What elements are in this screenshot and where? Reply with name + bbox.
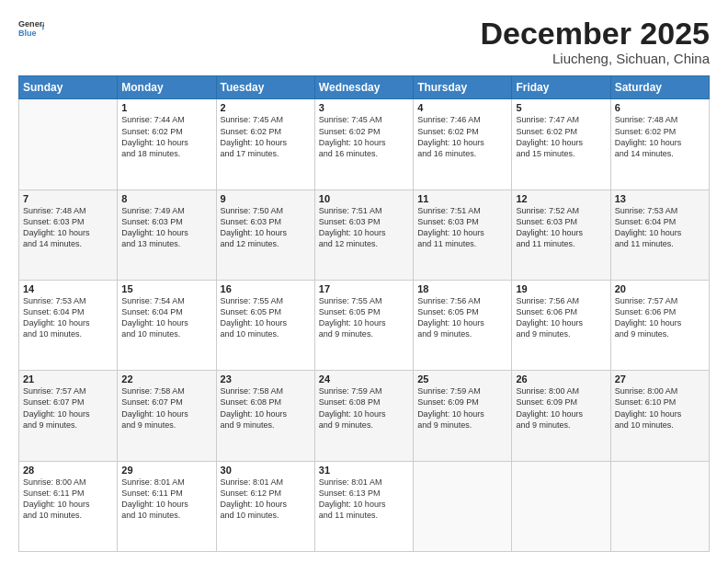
day-number: 18 [417,283,507,294]
calendar-cell [610,461,709,551]
day-info: Sunrise: 7:58 AM Sunset: 6:08 PM Dayligh… [221,385,311,431]
day-number: 30 [221,465,311,476]
calendar-cell: 7Sunrise: 7:48 AM Sunset: 6:03 PM Daylig… [19,190,118,280]
day-info: Sunrise: 7:51 AM Sunset: 6:03 PM Dayligh… [417,205,507,250]
day-number: 12 [516,193,606,204]
day-info: Sunrise: 8:01 AM Sunset: 6:13 PM Dayligh… [319,477,409,522]
calendar-week-row: 1Sunrise: 7:44 AM Sunset: 6:02 PM Daylig… [19,99,710,190]
day-info: Sunrise: 7:52 AM Sunset: 6:03 PM Dayligh… [516,205,606,250]
calendar-cell: 17Sunrise: 7:55 AM Sunset: 6:05 PM Dayli… [314,281,413,371]
day-info: Sunrise: 7:59 AM Sunset: 6:08 PM Dayligh… [319,385,409,431]
day-info: Sunrise: 8:00 AM Sunset: 6:11 PM Dayligh… [23,477,113,522]
day-number: 15 [121,283,211,294]
calendar-cell: 27Sunrise: 8:00 AM Sunset: 6:10 PM Dayli… [610,371,709,461]
svg-text:General: General [18,19,44,29]
calendar-week-row: 7Sunrise: 7:48 AM Sunset: 6:03 PM Daylig… [19,190,710,280]
day-number: 10 [319,193,409,204]
calendar-cell: 28Sunrise: 8:00 AM Sunset: 6:11 PM Dayli… [19,461,118,551]
day-number: 6 [615,102,705,113]
day-number: 13 [615,193,705,204]
day-info: Sunrise: 7:57 AM Sunset: 6:06 PM Dayligh… [615,295,705,340]
calendar-cell: 29Sunrise: 8:01 AM Sunset: 6:11 PM Dayli… [118,461,216,551]
day-info: Sunrise: 7:45 AM Sunset: 6:02 PM Dayligh… [221,114,311,159]
day-info: Sunrise: 8:00 AM Sunset: 6:09 PM Dayligh… [516,385,606,431]
day-number: 20 [615,283,705,294]
logo-icon: General Blue [18,17,44,42]
day-number: 21 [23,373,113,385]
day-number: 31 [319,465,409,476]
day-number: 22 [121,373,211,385]
calendar-cell: 14Sunrise: 7:53 AM Sunset: 6:04 PM Dayli… [19,281,118,371]
calendar-cell: 10Sunrise: 7:51 AM Sunset: 6:03 PM Dayli… [314,190,413,280]
calendar-cell: 30Sunrise: 8:01 AM Sunset: 6:12 PM Dayli… [216,461,314,551]
weekday-header-thursday: Thursday [414,76,512,99]
calendar-cell: 5Sunrise: 7:47 AM Sunset: 6:02 PM Daylig… [512,99,610,190]
day-number: 16 [221,283,311,294]
day-info: Sunrise: 7:56 AM Sunset: 6:05 PM Dayligh… [417,295,507,340]
calendar-cell: 20Sunrise: 7:57 AM Sunset: 6:06 PM Dayli… [610,281,709,371]
day-number: 17 [319,283,409,294]
day-number: 2 [221,102,311,113]
weekday-header-saturday: Saturday [610,76,709,99]
day-info: Sunrise: 8:01 AM Sunset: 6:11 PM Dayligh… [121,477,211,522]
calendar-cell: 9Sunrise: 7:50 AM Sunset: 6:03 PM Daylig… [216,190,314,280]
day-info: Sunrise: 7:47 AM Sunset: 6:02 PM Dayligh… [516,114,606,159]
day-number: 26 [516,373,606,385]
calendar-cell: 1Sunrise: 7:44 AM Sunset: 6:02 PM Daylig… [118,99,216,190]
day-info: Sunrise: 7:48 AM Sunset: 6:03 PM Dayligh… [23,205,113,250]
calendar-cell: 19Sunrise: 7:56 AM Sunset: 6:06 PM Dayli… [512,281,610,371]
logo: General Blue [18,17,44,42]
header: General Blue December 2025 Liucheng, Sic… [18,17,710,66]
day-number: 24 [319,373,409,385]
day-number: 27 [615,373,705,385]
day-info: Sunrise: 7:53 AM Sunset: 6:04 PM Dayligh… [23,295,113,340]
calendar-cell: 13Sunrise: 7:53 AM Sunset: 6:04 PM Dayli… [610,190,709,280]
day-info: Sunrise: 7:53 AM Sunset: 6:04 PM Dayligh… [615,205,705,250]
location: Liucheng, Sichuan, China [480,51,710,66]
month-title: December 2025 [480,17,710,51]
day-info: Sunrise: 7:55 AM Sunset: 6:05 PM Dayligh… [221,295,311,340]
calendar-cell: 15Sunrise: 7:54 AM Sunset: 6:04 PM Dayli… [118,281,216,371]
weekday-header-sunday: Sunday [19,76,118,99]
day-number: 3 [319,102,409,113]
day-info: Sunrise: 7:57 AM Sunset: 6:07 PM Dayligh… [23,385,113,431]
calendar-cell [19,99,118,190]
day-info: Sunrise: 7:46 AM Sunset: 6:02 PM Dayligh… [417,114,507,159]
calendar-cell: 12Sunrise: 7:52 AM Sunset: 6:03 PM Dayli… [512,190,610,280]
calendar-cell [512,461,610,551]
calendar-cell: 25Sunrise: 7:59 AM Sunset: 6:09 PM Dayli… [414,371,512,461]
day-number: 19 [516,283,606,294]
day-info: Sunrise: 8:00 AM Sunset: 6:10 PM Dayligh… [615,385,705,431]
day-info: Sunrise: 7:49 AM Sunset: 6:03 PM Dayligh… [121,205,211,250]
svg-text:Blue: Blue [18,29,37,38]
day-info: Sunrise: 7:58 AM Sunset: 6:07 PM Dayligh… [121,385,211,431]
day-number: 14 [23,283,113,294]
calendar-cell: 22Sunrise: 7:58 AM Sunset: 6:07 PM Dayli… [118,371,216,461]
calendar-header-row: SundayMondayTuesdayWednesdayThursdayFrid… [19,76,710,99]
day-number: 25 [417,373,507,385]
calendar-cell: 23Sunrise: 7:58 AM Sunset: 6:08 PM Dayli… [216,371,314,461]
calendar-cell: 4Sunrise: 7:46 AM Sunset: 6:02 PM Daylig… [414,99,512,190]
calendar-week-row: 14Sunrise: 7:53 AM Sunset: 6:04 PM Dayli… [19,281,710,371]
day-number: 11 [417,193,507,204]
calendar-cell [414,461,512,551]
calendar-cell: 6Sunrise: 7:48 AM Sunset: 6:02 PM Daylig… [610,99,709,190]
calendar-week-row: 21Sunrise: 7:57 AM Sunset: 6:07 PM Dayli… [19,371,710,461]
calendar-cell: 21Sunrise: 7:57 AM Sunset: 6:07 PM Dayli… [19,371,118,461]
day-info: Sunrise: 7:51 AM Sunset: 6:03 PM Dayligh… [319,205,409,250]
day-info: Sunrise: 7:44 AM Sunset: 6:02 PM Dayligh… [121,114,211,159]
day-info: Sunrise: 7:48 AM Sunset: 6:02 PM Dayligh… [615,114,705,159]
day-number: 8 [121,193,211,204]
day-info: Sunrise: 7:59 AM Sunset: 6:09 PM Dayligh… [417,385,507,431]
weekday-header-monday: Monday [118,76,216,99]
calendar-cell: 18Sunrise: 7:56 AM Sunset: 6:05 PM Dayli… [414,281,512,371]
calendar-cell: 31Sunrise: 8:01 AM Sunset: 6:13 PM Dayli… [314,461,413,551]
day-number: 28 [23,465,113,476]
calendar-table: SundayMondayTuesdayWednesdayThursdayFrid… [18,75,710,552]
calendar-cell: 26Sunrise: 8:00 AM Sunset: 6:09 PM Dayli… [512,371,610,461]
weekday-header-tuesday: Tuesday [216,76,314,99]
calendar-cell: 11Sunrise: 7:51 AM Sunset: 6:03 PM Dayli… [414,190,512,280]
calendar-week-row: 28Sunrise: 8:00 AM Sunset: 6:11 PM Dayli… [19,461,710,551]
day-info: Sunrise: 7:45 AM Sunset: 6:02 PM Dayligh… [319,114,409,159]
calendar-cell: 24Sunrise: 7:59 AM Sunset: 6:08 PM Dayli… [314,371,413,461]
